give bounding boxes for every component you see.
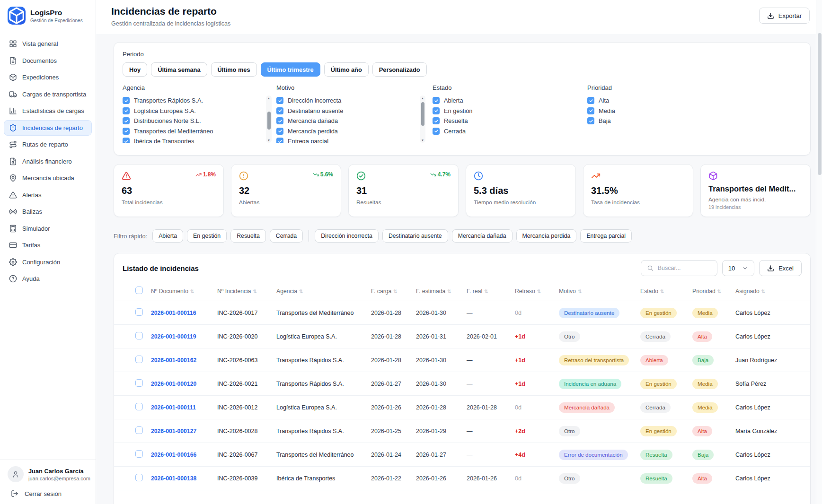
quick-chip-mercancia-perdida[interactable]: Mercancía perdida <box>516 229 577 243</box>
filter-option-distribuciones-norte-s-l[interactable]: Distribuciones Norte S.L. <box>123 116 272 126</box>
column-header-retraso[interactable]: Retraso⇅ <box>511 282 555 301</box>
sort-icon[interactable]: ⇅ <box>447 288 451 294</box>
quick-chip-en-gestion[interactable]: En gestión <box>187 229 227 243</box>
checkbox-checked-icon[interactable] <box>276 107 283 114</box>
checkbox-checked-icon[interactable] <box>123 97 130 104</box>
column-header-motivo[interactable]: Motivo⇅ <box>555 282 636 301</box>
column-header-estado[interactable]: Estado⇅ <box>636 282 689 301</box>
row-checkbox[interactable] <box>135 426 143 434</box>
page-scrollbar-thumb[interactable] <box>818 33 822 175</box>
sidebar-item-documentos[interactable]: Documentos <box>4 53 92 69</box>
row-checkbox[interactable] <box>135 356 143 363</box>
sort-icon[interactable]: ⇅ <box>299 288 303 294</box>
filter-option-baja[interactable]: Baja <box>587 116 736 126</box>
filter-option-cerrada[interactable]: Cerrada <box>433 126 582 137</box>
logout-button[interactable]: Cerrar sesión <box>8 490 88 497</box>
checkbox-checked-icon[interactable] <box>276 138 283 143</box>
filter-option-destinatario-ausente[interactable]: Destinatario ausente <box>276 106 425 116</box>
scrollbar-thumb[interactable] <box>267 112 271 130</box>
document-link[interactable]: 2026-001-000111 <box>151 404 196 411</box>
quick-chip-entrega-parcial[interactable]: Entrega parcial <box>580 229 632 243</box>
checkbox-checked-icon[interactable] <box>433 128 440 135</box>
sort-icon[interactable]: ⇅ <box>393 288 398 294</box>
period-button-ultimo-trimestre[interactable]: Último trimestre <box>261 62 320 77</box>
document-link[interactable]: 2026-001-000116 <box>151 310 196 316</box>
checkbox-checked-icon[interactable] <box>276 117 283 124</box>
quick-chip-resuelta[interactable]: Resuelta <box>230 229 266 243</box>
document-link[interactable]: 2026-001-000138 <box>151 475 196 482</box>
column-header-f-estimada[interactable]: F. estimada⇅ <box>412 282 463 301</box>
column-header-n-incidencia[interactable]: Nº Incidencia⇅ <box>213 282 273 301</box>
filter-option-direccion-incorrecta[interactable]: Dirección incorrecta <box>276 96 425 106</box>
checkbox-checked-icon[interactable] <box>276 128 283 135</box>
sidebar-item-mercancia-ubicada[interactable]: Mercancía ubicada <box>4 170 92 186</box>
row-checkbox[interactable] <box>135 379 143 387</box>
sidebar-item-simulador[interactable]: Simulador <box>4 221 92 236</box>
checkbox-checked-icon[interactable] <box>587 107 594 114</box>
quick-chip-mercancia-danada[interactable]: Mercancía dañada <box>452 229 513 243</box>
quick-chip-abierta[interactable]: Abierta <box>152 229 183 243</box>
document-link[interactable]: 2026-001-000127 <box>151 428 196 434</box>
sort-icon[interactable]: ⇅ <box>253 288 257 294</box>
column-header-agencia[interactable]: Agencia⇅ <box>273 282 367 301</box>
period-button-hoy[interactable]: Hoy <box>123 62 147 77</box>
export-button[interactable]: Exportar <box>759 8 810 24</box>
sort-icon[interactable]: ⇅ <box>660 288 664 294</box>
filter-option-abierta[interactable]: Abierta <box>433 96 582 106</box>
quick-chip-cerrada[interactable]: Cerrada <box>270 229 303 243</box>
period-button-personalizado[interactable]: Personalizado <box>372 62 427 77</box>
motivo-scrollbar[interactable]: ▲▼ <box>420 96 425 143</box>
scroll-up-icon[interactable]: ▲ <box>266 96 272 100</box>
row-checkbox[interactable] <box>135 403 143 410</box>
sort-icon[interactable]: ⇅ <box>578 288 582 294</box>
sidebar-item-alertas[interactable]: Alertas <box>4 187 92 203</box>
filter-option-logistica-europea-s-a[interactable]: Logística Europea S.A. <box>123 106 272 116</box>
sort-icon[interactable]: ⇅ <box>717 288 722 294</box>
sidebar-item-estadisticas-de-cargas[interactable]: Estadísticas de cargas <box>4 103 92 119</box>
filter-option-entrega-parcial[interactable]: Entrega parcial <box>276 136 425 143</box>
search-input[interactable] <box>658 265 711 271</box>
excel-button[interactable]: Excel <box>759 260 802 276</box>
period-button-ultimo-mes[interactable]: Último mes <box>211 62 257 77</box>
checkbox-checked-icon[interactable] <box>276 97 283 104</box>
quick-chip-direccion-incorrecta[interactable]: Dirección incorrecta <box>315 229 379 243</box>
sidebar-item-rutas-de-reparto[interactable]: Rutas de reparto <box>4 137 92 152</box>
checkbox-checked-icon[interactable] <box>587 117 594 124</box>
checkbox-checked-icon[interactable] <box>123 138 130 143</box>
checkbox-checked-icon[interactable] <box>123 117 130 124</box>
column-header-n-documento[interactable]: Nº Documento⇅ <box>147 282 213 301</box>
filter-option-en-gestion[interactable]: En gestión <box>433 106 582 116</box>
row-checkbox[interactable] <box>135 474 143 481</box>
row-checkbox[interactable] <box>135 450 143 458</box>
document-link[interactable]: 2026-001-000119 <box>151 333 196 340</box>
page-size-select[interactable]: 10 <box>722 260 754 276</box>
scroll-down-icon[interactable]: ▼ <box>266 139 272 142</box>
checkbox-checked-icon[interactable] <box>433 107 440 114</box>
scrollbar-thumb[interactable] <box>421 102 424 126</box>
row-checkbox[interactable] <box>135 308 143 316</box>
filter-option-alta[interactable]: Alta <box>587 96 736 106</box>
checkbox-checked-icon[interactable] <box>433 117 440 124</box>
sidebar-item-vista-general[interactable]: Vista general <box>4 36 92 52</box>
sidebar-item-tarifas[interactable]: Tarifas <box>4 237 92 253</box>
column-header-f-real[interactable]: F. real⇅ <box>463 282 511 301</box>
sidebar-item-expediciones[interactable]: Expediciones <box>4 70 92 85</box>
document-link[interactable]: 2026-001-000166 <box>151 452 196 458</box>
agencia-scrollbar[interactable]: ▲▼ <box>266 96 272 143</box>
sidebar-item-analisis-financiero[interactable]: Análisis financiero <box>4 154 92 169</box>
filter-option-mercancia-danada[interactable]: Mercancía dañada <box>276 116 425 126</box>
checkbox-checked-icon[interactable] <box>123 128 130 135</box>
scroll-up-icon[interactable]: ▲ <box>420 96 425 100</box>
sort-icon[interactable]: ⇅ <box>537 288 541 294</box>
quick-chip-destinatario-ausente[interactable]: Destinatario ausente <box>382 229 448 243</box>
document-link[interactable]: 2026-001-000162 <box>151 357 196 364</box>
scroll-down-icon[interactable]: ▼ <box>420 139 425 142</box>
checkbox-checked-icon[interactable] <box>123 107 130 114</box>
sidebar-item-cargas-de-transportista[interactable]: Cargas de transportista <box>4 87 92 102</box>
period-button-ultima-semana[interactable]: Última semana <box>151 62 207 77</box>
period-button-ultimo-ano[interactable]: Último año <box>324 62 369 77</box>
filter-option-transportes-del-mediterraneo[interactable]: Transportes del Mediterráneo <box>123 126 272 137</box>
sort-icon[interactable]: ⇅ <box>761 288 766 294</box>
row-checkbox[interactable] <box>135 332 143 339</box>
filter-option-mercancia-perdida[interactable]: Mercancía perdida <box>276 126 425 137</box>
